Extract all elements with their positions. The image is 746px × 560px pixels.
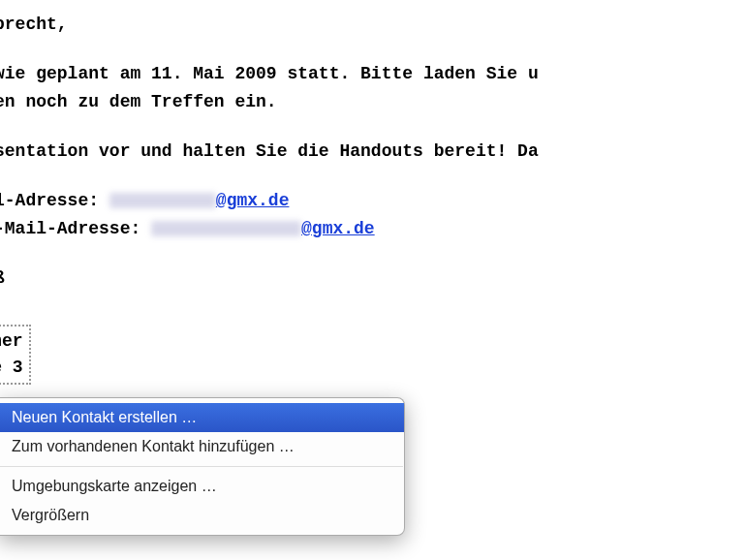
menu-item-add-existing-contact[interactable]: Zum vorhandenen Kontakt hinzufügen … xyxy=(0,432,404,461)
body-line-2: ersonen noch zu dem Treffen ein. xyxy=(0,89,746,115)
highlight-line-2: rasse 3 xyxy=(0,355,23,381)
closing-text: m Gruß xyxy=(0,268,5,288)
body-text-1a: det, wie geplant am 11. Mai 2009 statt. … xyxy=(0,64,539,83)
greeting-text: rr Albrecht, xyxy=(0,15,68,34)
body-line-1: det, wie geplant am 11. Mai 2009 statt. … xyxy=(0,61,746,87)
highlight-line-1: raucher xyxy=(0,328,23,355)
email-body: rr Albrecht, det, wie geplant am 11. Mai… xyxy=(0,0,746,385)
context-menu: Neuen Kontakt erstellen … Zum vorhandene… xyxy=(0,397,405,536)
detected-data-highlight[interactable]: raucher rasse 3 xyxy=(0,325,31,385)
closing-line: m Gruß xyxy=(0,265,746,292)
body-line-3: e Präsentation vor und halten Sie die Ha… xyxy=(0,139,746,165)
email-address-line-2: rau E-Mail-Adresse: @gmx.de xyxy=(0,216,746,242)
redacted-name-1 xyxy=(109,193,216,208)
menu-item-new-contact[interactable]: Neuen Kontakt erstellen … xyxy=(0,403,404,432)
greeting-line: rr Albrecht, xyxy=(0,12,746,38)
menu-item-show-map[interactable]: Umgebungskarte anzeigen … xyxy=(0,472,404,501)
body-text-2: e Präsentation vor und halten Sie die Ha… xyxy=(0,141,539,161)
email-link-2[interactable]: @gmx.de xyxy=(301,219,375,238)
redacted-name-2 xyxy=(151,221,301,236)
body-text-1b: ersonen noch zu dem Treffen ein. xyxy=(0,92,277,111)
menu-item-zoom[interactable]: Vergrößern xyxy=(0,501,404,530)
email-address-line-1: E-Mail-Adresse: @gmx.de xyxy=(0,188,746,214)
email-label-2: rau E-Mail-Adresse: xyxy=(0,219,151,238)
email-link-1[interactable]: @gmx.de xyxy=(216,191,290,210)
menu-separator xyxy=(0,466,403,467)
email-label-1: E-Mail-Adresse: xyxy=(0,191,109,210)
